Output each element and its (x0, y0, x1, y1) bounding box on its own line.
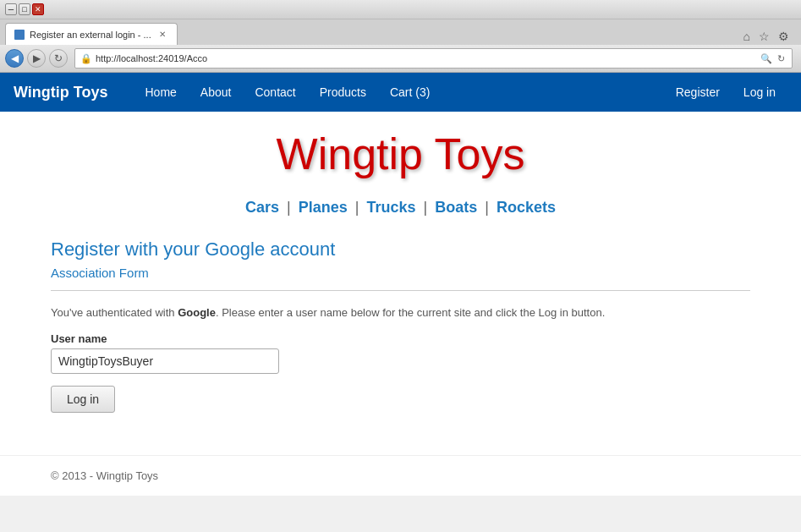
info-text-prefix: You've authenticated with (51, 306, 178, 319)
tab-close-button[interactable]: ✕ (156, 29, 168, 41)
info-text: You've authenticated with Google. Please… (51, 306, 750, 319)
browser-nav-bar: ◀ ▶ ↻ 🔒 http://localhost:24019/Acco 🔍 ↻ (0, 45, 801, 72)
category-nav: Cars | Planes | Trucks | Boats | Rockets (0, 192, 801, 230)
maximize-button[interactable]: □ (19, 3, 30, 15)
nav-right-section: Register Log in (664, 75, 787, 109)
footer-text: © 2013 - Wingtip Toys (51, 469, 158, 482)
browser-chrome: ─ □ ✕ Register an external login - ... ✕… (0, 0, 801, 73)
category-cars[interactable]: Cars (245, 199, 279, 216)
main-content: Register with your Google account Associ… (0, 230, 801, 438)
app-brand: Wingtip Toys (14, 84, 108, 101)
close-button[interactable]: ✕ (32, 3, 44, 15)
address-actions: 🔍 ↻ (759, 53, 787, 64)
page-heading: Register with your Google account (51, 239, 750, 261)
site-title-section: Wingtip Toys (0, 112, 801, 192)
tab-favicon (14, 30, 25, 40)
category-planes[interactable]: Planes (299, 199, 348, 216)
home-icon[interactable]: ⌂ (742, 28, 752, 45)
address-favicon: 🔒 (80, 53, 92, 64)
nav-link-home[interactable]: Home (134, 75, 189, 109)
footer: © 2013 - Wingtip Toys (0, 455, 801, 496)
category-rockets[interactable]: Rockets (497, 199, 556, 216)
divider (51, 290, 750, 291)
app-content: Wingtip Toys Home About Contact Products… (0, 73, 801, 496)
title-bar: ─ □ ✕ (0, 0, 801, 19)
sep-2: | (355, 199, 359, 216)
login-button[interactable]: Log in (51, 386, 115, 413)
address-text: http://localhost:24019/Acco (96, 53, 759, 63)
sep-1: | (287, 199, 291, 216)
info-text-suffix: . Please enter a user name below for the… (216, 306, 605, 319)
forward-button[interactable]: ▶ (27, 49, 46, 68)
nav-link-contact[interactable]: Contact (243, 75, 307, 109)
username-input[interactable] (51, 348, 279, 374)
address-refresh-button[interactable]: ↻ (776, 53, 787, 64)
back-button[interactable]: ◀ (5, 49, 24, 68)
app-nav-links: Home About Contact Products Cart (3) (134, 75, 664, 109)
info-provider: Google (178, 306, 216, 319)
favorites-icon[interactable]: ☆ (757, 28, 771, 45)
form-subtitle: Association Form (51, 266, 750, 280)
title-bar-left: ─ □ ✕ (5, 3, 44, 15)
username-label: User name (51, 332, 750, 345)
category-boats[interactable]: Boats (435, 199, 477, 216)
nav-link-register[interactable]: Register (664, 75, 732, 109)
sep-4: | (485, 199, 489, 216)
tab-bar: Register an external login - ... ✕ ⌂ ☆ ⚙ (0, 19, 801, 45)
nav-link-about[interactable]: About (189, 75, 244, 109)
minimize-button[interactable]: ─ (5, 3, 17, 15)
nav-link-cart[interactable]: Cart (3) (378, 75, 442, 109)
tab-title: Register an external login - ... (30, 30, 151, 40)
address-search-button[interactable]: 🔍 (759, 53, 774, 64)
app-navbar: Wingtip Toys Home About Contact Products… (0, 73, 801, 112)
active-tab[interactable]: Register an external login - ... ✕ (5, 23, 178, 45)
window-controls: ─ □ ✕ (5, 3, 44, 15)
category-trucks[interactable]: Trucks (366, 199, 415, 216)
settings-icon[interactable]: ⚙ (776, 28, 791, 45)
sep-3: | (424, 199, 428, 216)
nav-link-products[interactable]: Products (308, 75, 378, 109)
refresh-button[interactable]: ↻ (49, 49, 68, 68)
nav-link-login[interactable]: Log in (732, 75, 787, 109)
site-title: Wingtip Toys (277, 129, 525, 179)
address-bar[interactable]: 🔒 http://localhost:24019/Acco 🔍 ↻ (74, 48, 793, 69)
